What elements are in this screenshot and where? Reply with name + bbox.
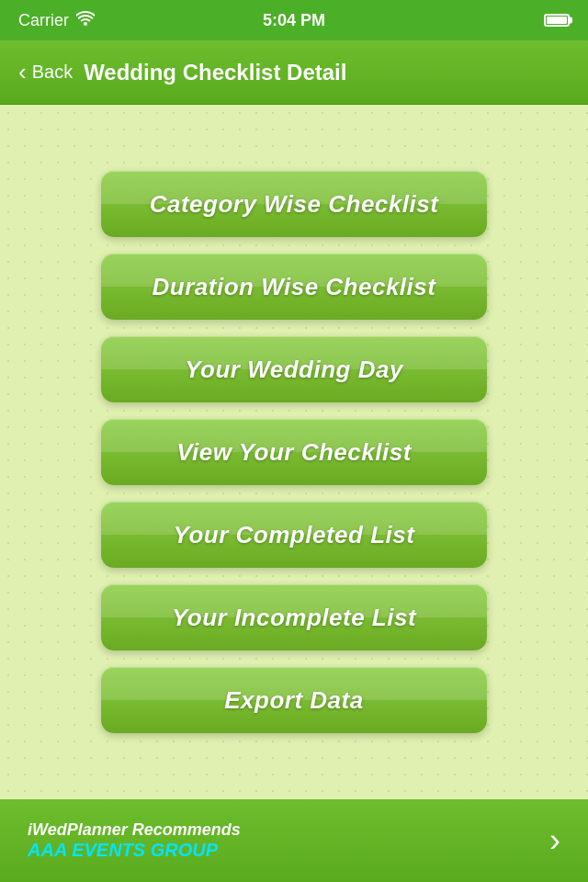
wifi-icon xyxy=(76,11,95,30)
back-chevron-icon: ‹ xyxy=(18,58,27,86)
export-data-button[interactable]: Export Data xyxy=(101,667,487,733)
status-bar-left: Carrier xyxy=(18,11,95,30)
battery-icon xyxy=(544,14,570,27)
footer-banner[interactable]: iWedPlanner Recommends AAA EVENTS GROUP … xyxy=(0,799,588,882)
main-content: Category Wise ChecklistDuration Wise Che… xyxy=(0,105,588,799)
footer-company: AAA EVENTS GROUP xyxy=(28,840,241,861)
export-data-label: Export Data xyxy=(224,686,363,715)
footer-recommends: iWedPlanner Recommends xyxy=(28,820,241,840)
wedding-day-label: Your Wedding Day xyxy=(185,356,403,384)
category-wise-button[interactable]: Category Wise Checklist xyxy=(101,171,487,237)
footer-chevron-icon[interactable]: › xyxy=(549,821,560,860)
carrier-label: Carrier xyxy=(18,11,69,30)
duration-wise-label: Duration Wise Checklist xyxy=(153,273,436,301)
view-checklist-button[interactable]: View Your Checklist xyxy=(101,419,487,485)
completed-list-button[interactable]: Your Completed List xyxy=(101,502,487,568)
completed-list-label: Your Completed List xyxy=(174,521,415,549)
back-button[interactable]: ‹ Back xyxy=(18,58,73,86)
category-wise-label: Category Wise Checklist xyxy=(150,190,439,219)
status-bar-time: 5:04 PM xyxy=(263,11,325,30)
status-bar-right xyxy=(544,14,570,27)
status-bar: Carrier 5:04 PM xyxy=(0,0,588,40)
footer-text: iWedPlanner Recommends AAA EVENTS GROUP xyxy=(28,820,241,861)
view-checklist-label: View Your Checklist xyxy=(176,438,412,467)
wedding-day-button[interactable]: Your Wedding Day xyxy=(101,336,487,402)
incomplete-list-label: Your Incomplete List xyxy=(172,604,416,632)
duration-wise-button[interactable]: Duration Wise Checklist xyxy=(101,254,487,320)
nav-bar: ‹ Back Wedding Checklist Detail xyxy=(0,40,588,105)
nav-title: Wedding Checklist Detail xyxy=(84,60,346,85)
back-label: Back xyxy=(32,62,73,83)
incomplete-list-button[interactable]: Your Incomplete List xyxy=(101,584,487,650)
